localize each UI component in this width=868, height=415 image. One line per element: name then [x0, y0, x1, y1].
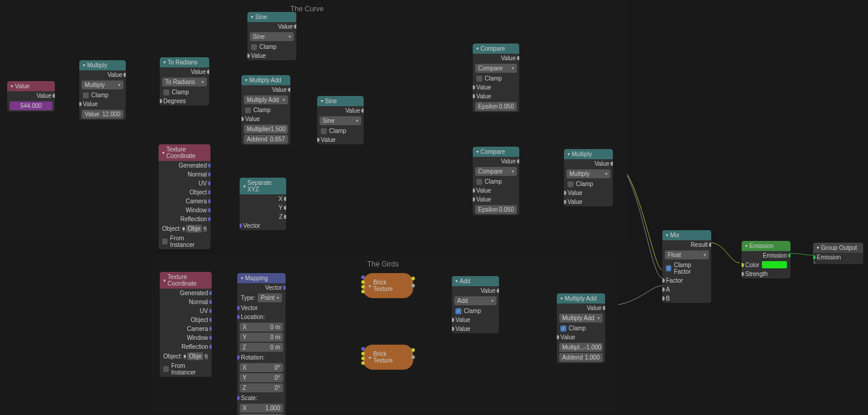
rot-z[interactable]: Z0° [240, 383, 283, 392]
separate-xyz-node[interactable]: ▾Separate XYZ X Y Z Vector [240, 178, 286, 230]
eyedropper-icon[interactable]: ✎ [204, 354, 208, 360]
scale-x[interactable]: X1.000 [240, 404, 283, 413]
epsilon-input[interactable]: Epsilon0.050 [475, 205, 517, 214]
operation-dropdown[interactable]: Compare [475, 64, 517, 73]
brick-texture-node[interactable]: ▸Brick Texture [363, 345, 413, 370]
add-node[interactable]: ▾Add Value Add ✓Clamp Value Value [452, 276, 499, 333]
chevron-down-icon: ▾ [455, 278, 458, 284]
loc-x[interactable]: X0 m [240, 323, 283, 332]
addend-input[interactable]: Addend0.657 [244, 135, 288, 144]
object-picker[interactable]: ■ [184, 354, 186, 360]
object-picker[interactable]: ■ [182, 226, 185, 232]
rot-x[interactable]: X0° [240, 363, 283, 372]
multiply-node[interactable]: ▾Multiply Value Multiply Clamp Value Val… [564, 149, 613, 206]
multiply-node[interactable]: ▾Multiply Value Multiply Clamp Value Val… [79, 60, 126, 120]
operation-dropdown[interactable]: Multiply Add [244, 95, 288, 104]
chevron-down-icon: ▾ [11, 83, 13, 89]
addend-input[interactable]: Addend1.000 [559, 353, 603, 362]
chevron-down-icon: ▾ [745, 243, 748, 249]
multiplier-input[interactable]: Multiplier1.500 [244, 125, 288, 134]
chevron-right-icon: ▸ [369, 355, 371, 360]
operation-dropdown[interactable]: Sine [250, 32, 294, 41]
chevron-down-icon: ▾ [251, 14, 253, 20]
compare-node[interactable]: ▾Compare Value Compare Clamp Value Value… [473, 44, 519, 112]
chevron-down-icon: ▾ [241, 275, 243, 281]
chevron-down-icon: ▾ [666, 233, 668, 238]
chevron-down-icon: ▾ [476, 149, 479, 154]
epsilon-input[interactable]: Epsilon0.050 [475, 102, 517, 111]
chevron-down-icon: ▾ [476, 46, 479, 51]
mix-node[interactable]: ▾Mix Result Float ✓Clamp Factor Factor A… [662, 230, 711, 303]
brick-texture-node[interactable]: ▸Brick Texture [363, 273, 413, 298]
mapping-node[interactable]: ▾Mapping Vector Type:Point Vector Locati… [237, 273, 286, 415]
frame-title-girds: The Girds [367, 260, 399, 268]
frame-curve [0, 0, 627, 240]
chevron-down-icon: ▾ [83, 63, 85, 68]
chevron-down-icon: ▾ [245, 78, 247, 83]
group-output-node[interactable]: ▾Group Output Emission [813, 243, 863, 264]
loc-z[interactable]: Z0 m [240, 343, 283, 352]
chevron-down-icon: ▾ [817, 245, 819, 250]
rot-y[interactable]: Y0° [240, 373, 283, 382]
compare-node[interactable]: ▾Compare Value Compare Clamp Value Value… [473, 147, 519, 215]
operation-dropdown[interactable]: Compare [475, 167, 517, 176]
value-input[interactable]: 544.000 [10, 101, 52, 110]
chevron-down-icon: ▾ [560, 296, 563, 301]
loc-y[interactable]: Y0 m [240, 333, 283, 342]
operation-dropdown[interactable]: Multiply Add [559, 314, 603, 323]
sine-node[interactable]: ▾Sine Value Sine Clamp Value [317, 96, 364, 144]
value-input[interactable]: Value12.000 [82, 110, 123, 119]
operation-dropdown[interactable]: Sine [320, 116, 361, 125]
eyedropper-icon[interactable]: ✎ [203, 226, 207, 232]
value-node[interactable]: ▾Value Value 544.000 [7, 81, 55, 112]
to-radians-node[interactable]: ▾To Radians Value To Radians Clamp Degre… [160, 57, 209, 106]
emission-node[interactable]: ▾Emission Emission Color Strength [742, 241, 790, 278]
operation-dropdown[interactable]: To Radians [162, 78, 207, 86]
type-dropdown[interactable]: Float [665, 250, 709, 259]
operation-dropdown[interactable]: Add [454, 296, 497, 305]
chevron-down-icon: ▾ [163, 278, 166, 283]
chevron-down-icon: ▾ [243, 184, 246, 189]
chevron-down-icon: ▾ [321, 98, 323, 104]
multiply-add-node[interactable]: ▾Multiply Add Value Multiply Add ✓Clamp … [557, 293, 605, 363]
chevron-right-icon: ▸ [369, 283, 371, 289]
texture-coordinate-node[interactable]: ▾Texture Coordinate Generated Normal UV … [160, 272, 212, 377]
color-input[interactable]: Color [742, 260, 790, 270]
multiply-add-node[interactable]: ▾Multiply Add Value Multiply Add Clamp V… [241, 75, 290, 145]
operation-dropdown[interactable]: Multiply [82, 80, 123, 89]
sine-node[interactable]: ▾Sine Value Sine Clamp Value [247, 12, 296, 60]
multiplier-input[interactable]: Multipl...-1.000 [559, 343, 603, 352]
operation-dropdown[interactable]: Multiply [566, 169, 610, 178]
texture-coordinate-node[interactable]: ▾Texture Coordinate Generated Normal UV … [159, 144, 210, 249]
chevron-down-icon: ▾ [163, 60, 166, 65]
chevron-down-icon: ▾ [568, 151, 570, 157]
chevron-down-icon: ▾ [162, 150, 165, 156]
type-dropdown[interactable]: Point [258, 293, 282, 302]
color-swatch[interactable] [762, 261, 787, 268]
